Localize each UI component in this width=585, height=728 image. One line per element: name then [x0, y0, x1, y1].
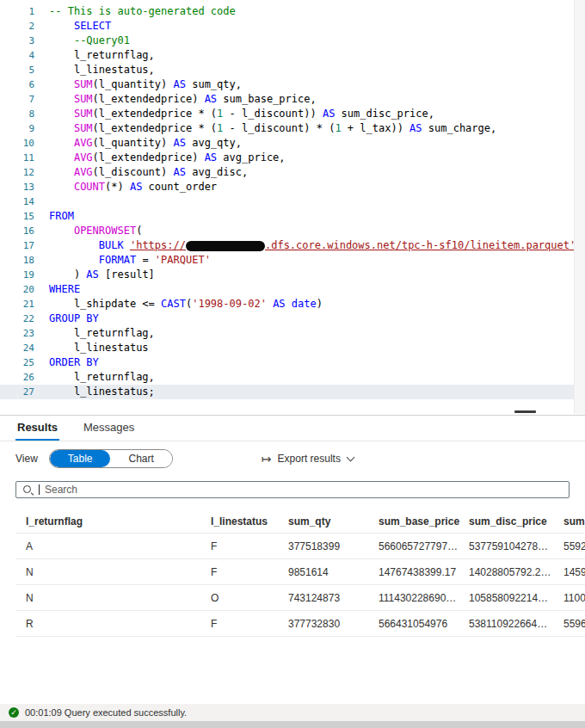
table-cell: O [211, 592, 288, 604]
table-cell: 9851614 [288, 566, 379, 578]
table-cell: 5596 [563, 618, 585, 630]
code-line[interactable]: 13 COUNT(*) AS count_order [0, 180, 585, 194]
code-line[interactable]: 5 l_linestatus, [0, 63, 585, 77]
code-text: l_linestatus, [49, 63, 155, 77]
code-line[interactable]: 20WHERE [0, 282, 585, 297]
code-text: SELECT [49, 19, 111, 34]
code-line[interactable]: 2 SELECT [0, 19, 585, 34]
code-text: l_returnflag, [49, 326, 155, 341]
text-caret [39, 484, 40, 495]
line-number: 2 [0, 19, 34, 34]
table-cell: 566431054976 [379, 618, 469, 630]
column-header[interactable]: l_linestatus [211, 515, 288, 527]
code-line[interactable]: 9 SUM(l_extendedprice * (1 - l_discount)… [0, 121, 585, 136]
table-cell: 1100 [563, 592, 585, 604]
code-line[interactable]: 7 SUM(l_extendedprice) AS sum_base_price… [0, 92, 585, 107]
code-line[interactable]: 23 l_returnflag, [0, 326, 585, 341]
table-row[interactable]: RF377732830566431054976538110922664…5596 [15, 611, 585, 637]
status-bar: ✓ 00:01:09 Query executed successfully. [0, 704, 585, 721]
export-icon: ↦ [262, 452, 272, 466]
code-line[interactable]: 19 ) AS [result] [0, 268, 585, 282]
table-cell: 377732830 [288, 618, 379, 630]
editor-scrollbar-track[interactable] [574, 0, 585, 414]
view-toggle-chart[interactable]: Chart [110, 450, 171, 467]
code-text: OPENROWSET( [49, 224, 142, 238]
column-header[interactable]: sum_qty [288, 515, 379, 527]
view-toggle-table[interactable]: Table [50, 450, 111, 467]
code-line[interactable]: 12 AVG(l_discount) AS avg_disc, [0, 165, 585, 180]
tab-results[interactable]: Results [15, 416, 59, 441]
view-row: View Table Chart ↦ Export results [15, 449, 570, 468]
line-number: 1 [0, 4, 34, 19]
code-text: SUM(l_extendedprice * (1 - l_discount)) … [49, 107, 434, 121]
table-cell: 743124873 [288, 592, 379, 604]
code-line[interactable]: 27 l_linestatus; [0, 385, 585, 399]
line-number: 24 [0, 341, 34, 355]
code-line[interactable]: 11 AVG(l_extendedprice) AS avg_price, [0, 151, 585, 165]
line-number: 21 [0, 297, 34, 312]
code-text: COUNT(*) AS count_order [49, 180, 217, 194]
line-number: 12 [0, 165, 34, 180]
tab-messages[interactable]: Messages [82, 416, 136, 441]
code-text: l_shipdate <= CAST('1998-09-02' AS date) [49, 297, 323, 312]
table-row[interactable]: NF985161414767438399.1714028805792.2…145… [15, 559, 585, 585]
table-row[interactable]: AF377518399566065727797…537759104278…559… [15, 534, 585, 559]
success-icon: ✓ [9, 707, 19, 718]
table-cell: 111430228690… [379, 592, 469, 604]
results-header-row: l_returnflagl_linestatussum_qtysum_base_… [15, 510, 585, 534]
code-line[interactable]: 22GROUP BY [0, 312, 585, 326]
code-line[interactable]: 10 AVG(l_quantity) AS avg_qty, [0, 136, 585, 151]
search-icon [22, 484, 34, 496]
code-line[interactable]: 17 BULK 'https://.dfs.core.windows.net/t… [0, 238, 585, 253]
code-text: WHERE [49, 282, 80, 297]
code-line[interactable]: 1-- This is auto-generated code [0, 4, 585, 19]
table-cell: N [26, 566, 211, 578]
line-number: 25 [0, 355, 34, 370]
table-cell: F [211, 618, 288, 630]
table-row[interactable]: NO743124873111430228690…105858092214…110… [15, 585, 585, 611]
table-cell: N [26, 592, 211, 604]
code-line[interactable]: 25ORDER BY [0, 355, 585, 370]
code-line[interactable]: 18 FORMAT = 'PARQUET' [0, 253, 585, 268]
column-header[interactable]: sum [563, 515, 585, 527]
table-cell: 538110922664… [469, 618, 563, 630]
results-body: AF377518399566065727797…537759104278…559… [15, 534, 585, 637]
table-cell: R [26, 618, 211, 630]
column-header[interactable]: sum_disc_price [469, 515, 563, 527]
code-text: AVG(l_discount) AS avg_disc, [49, 165, 248, 180]
table-cell: 566065727797… [379, 540, 469, 552]
code-line[interactable]: 4 l_returnflag, [0, 48, 585, 63]
code-line[interactable]: 24 l_linestatus [0, 341, 585, 355]
code-lines: 1-- This is auto-generated code2 SELECT3… [0, 4, 585, 399]
line-number: 19 [0, 268, 34, 282]
results-tabstrip: Results Messages [0, 416, 585, 441]
code-line[interactable]: 6 SUM(l_quantity) AS sum_qty, [0, 77, 585, 92]
sql-editor[interactable]: 1-- This is auto-generated code2 SELECT3… [0, 0, 585, 415]
view-label: View [15, 453, 38, 465]
code-text: --Query01 [49, 34, 130, 48]
code-text: SUM(l_quantity) AS sum_qty, [49, 77, 242, 92]
export-results-button[interactable]: ↦ Export results [262, 452, 354, 466]
line-number: 27 [0, 385, 34, 399]
code-text: l_linestatus [49, 341, 149, 355]
code-line[interactable]: 26 l_returnflag, [0, 370, 585, 385]
code-line[interactable]: 14 [0, 194, 585, 209]
horizontal-scrollbar-thumb[interactable] [514, 410, 536, 413]
line-number: 11 [0, 151, 34, 165]
table-cell: 105858092214… [469, 592, 563, 604]
column-header[interactable]: sum_base_price [379, 515, 469, 527]
code-text: -- This is auto-generated code [49, 4, 236, 19]
table-cell: 5592 [563, 540, 585, 552]
code-line[interactable]: 15FROM [0, 209, 585, 224]
code-line[interactable]: 21 l_shipdate <= CAST('1998-09-02' AS da… [0, 297, 585, 312]
code-line[interactable]: 3 --Query01 [0, 34, 585, 48]
code-text: AVG(l_extendedprice) AS avg_price, [49, 151, 286, 165]
line-number: 4 [0, 48, 34, 63]
bottom-strip [0, 721, 585, 728]
code-text: ORDER BY [49, 355, 99, 370]
code-line[interactable]: 8 SUM(l_extendedprice * (1 - l_discount)… [0, 107, 585, 121]
search-input[interactable] [45, 484, 563, 496]
column-header[interactable]: l_returnflag [26, 515, 211, 527]
line-number: 15 [0, 209, 34, 224]
code-line[interactable]: 16 OPENROWSET( [0, 224, 585, 238]
